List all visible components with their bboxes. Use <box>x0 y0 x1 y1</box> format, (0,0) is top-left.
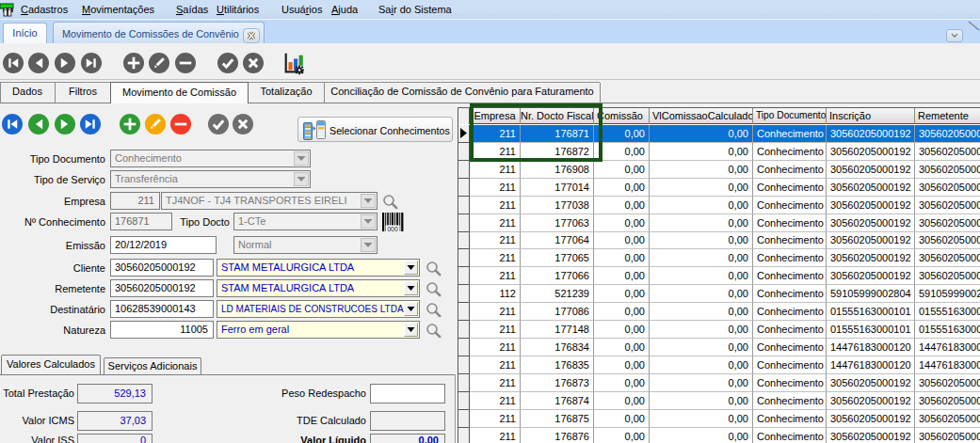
svg-text:000: 000 <box>387 226 398 232</box>
